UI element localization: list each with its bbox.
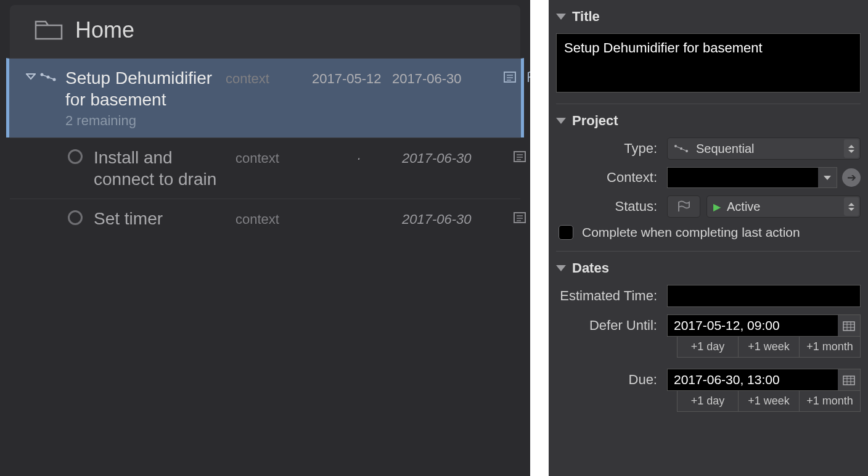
task-title: Set timer [94, 208, 235, 229]
checkbox[interactable] [559, 225, 573, 240]
folder-header: Home [10, 5, 520, 58]
outline-pane: Home Setup Dehumidifier for basement 2 r… [0, 0, 530, 476]
due-input[interactable]: 2017-06-30, 13:00 [667, 369, 861, 391]
row-complete-last[interactable]: Complete when completing last action [556, 225, 861, 240]
section-header-title[interactable]: Title [556, 9, 861, 25]
section-header-project[interactable]: Project [556, 113, 861, 129]
row-type: Type: Sequential [556, 137, 861, 160]
sequential-icon [674, 144, 690, 154]
project-row-selected[interactable]: Setup Dehumidifier for basement 2 remain… [6, 58, 524, 137]
plus-1-month-button[interactable]: +1 month [800, 391, 860, 411]
svg-rect-23 [843, 376, 854, 385]
block-due: Due: 2017-06-30, 13:00 +1 day +1 week +1… [556, 369, 861, 412]
section-project: Project Type: Sequential Context: ➔ St [556, 104, 861, 252]
note-icon[interactable] [503, 71, 517, 83]
due-date[interactable]: 2017-06-30 [392, 67, 485, 87]
note-icon[interactable] [513, 211, 526, 224]
stepper-icon [844, 197, 859, 216]
defer-input[interactable]: 2017-05-12, 09:00 [667, 314, 861, 337]
plus-1-month-button[interactable]: +1 month [800, 337, 860, 357]
flag-button[interactable] [667, 195, 700, 218]
label-defer: Defer Until: [556, 318, 667, 334]
label-type: Type: [556, 141, 667, 157]
status-circle[interactable] [68, 210, 83, 225]
folder-title: Home [75, 17, 134, 43]
disclosure-icon [556, 118, 566, 124]
plus-1-day-button[interactable]: +1 day [678, 391, 739, 411]
section-label: Title [572, 9, 600, 25]
due-value: 2017-06-30, 13:00 [668, 372, 786, 387]
due-date[interactable]: 2017-06-30 [402, 208, 494, 228]
task-remaining: 2 remaining [65, 113, 226, 129]
due-date[interactable]: 2017-06-30 [402, 147, 494, 166]
context-placeholder[interactable]: context [226, 67, 306, 87]
checkbox-label: Complete when completing last action [582, 225, 800, 240]
sequential-icon [39, 71, 58, 83]
task-main: Set timer [94, 208, 235, 229]
dropdown-icon[interactable] [818, 168, 837, 187]
context-placeholder[interactable]: context [235, 147, 316, 166]
status-circle[interactable] [68, 149, 83, 164]
svg-point-0 [41, 73, 44, 76]
defer-date[interactable]: · [316, 147, 402, 166]
task-main: Setup Dehumidifier for basement 2 remain… [65, 67, 226, 129]
folder-icon [35, 19, 63, 41]
context-placeholder[interactable]: context [235, 208, 316, 228]
section-title: Title Setup Dehumidifier for basement [556, 0, 861, 104]
row-estimated: Estimated Time: [556, 285, 861, 307]
block-defer: Defer Until: 2017-05-12, 09:00 +1 day +1… [556, 314, 861, 358]
estimated-input[interactable] [667, 285, 861, 307]
task-main: Install and connect to drain [94, 147, 235, 190]
label-estimated: Estimated Time: [556, 288, 667, 304]
defer-date[interactable]: 2017-05-12 [306, 67, 392, 87]
svg-point-16 [680, 147, 682, 150]
section-header-dates[interactable]: Dates [556, 260, 861, 276]
section-dates: Dates Estimated Time: Defer Until: 2017-… [556, 252, 861, 434]
label-due: Due: [556, 372, 667, 388]
svg-point-2 [53, 78, 56, 81]
calendar-icon[interactable] [838, 369, 860, 390]
quick-date-row: +1 day +1 week +1 month [677, 337, 861, 358]
task-row[interactable]: Install and connect to drain context · 2… [10, 137, 520, 199]
note-icon[interactable] [513, 150, 526, 163]
disclosure-icon [556, 14, 566, 20]
section-label: Dates [572, 260, 609, 276]
svg-point-1 [47, 76, 50, 79]
disclosure-icon [556, 265, 566, 271]
goto-context-button[interactable]: ➔ [842, 168, 861, 187]
type-value: Sequential [696, 142, 755, 156]
task-title: Install and connect to drain [94, 147, 235, 190]
task-title: Setup Dehumidifier for basement [65, 67, 226, 110]
status-value: Active [727, 200, 760, 214]
row-status: Status: ▶ Active [556, 195, 861, 218]
stepper-icon [844, 139, 859, 158]
label-status: Status: [556, 199, 667, 215]
context-input[interactable] [667, 167, 837, 188]
plus-1-day-button[interactable]: +1 day [678, 337, 739, 357]
status-select[interactable]: ▶ Active [706, 195, 861, 218]
svg-point-15 [674, 145, 677, 147]
title-input[interactable]: Setup Dehumidifier for basement [556, 33, 861, 92]
type-select[interactable]: Sequential [667, 137, 861, 160]
task-row[interactable]: Set timer context 2017-06-30 [10, 199, 520, 238]
calendar-icon[interactable] [838, 315, 860, 336]
defer-value: 2017-05-12, 09:00 [668, 318, 786, 333]
defer-date[interactable] [316, 208, 402, 211]
section-label: Project [572, 113, 618, 129]
play-icon: ▶ [713, 201, 721, 213]
plus-1-week-button[interactable]: +1 week [739, 391, 800, 411]
svg-rect-18 [843, 322, 854, 330]
inspector-pane: Title Setup Dehumidifier for basement Pr… [549, 0, 868, 476]
quick-date-row: +1 day +1 week +1 month [677, 391, 861, 412]
disclosure-icon[interactable] [26, 72, 36, 81]
plus-1-week-button[interactable]: +1 week [739, 337, 800, 357]
row-context: Context: ➔ [556, 167, 861, 188]
svg-point-17 [686, 150, 688, 152]
pane-divider[interactable] [530, 0, 549, 476]
label-context: Context: [556, 170, 667, 186]
